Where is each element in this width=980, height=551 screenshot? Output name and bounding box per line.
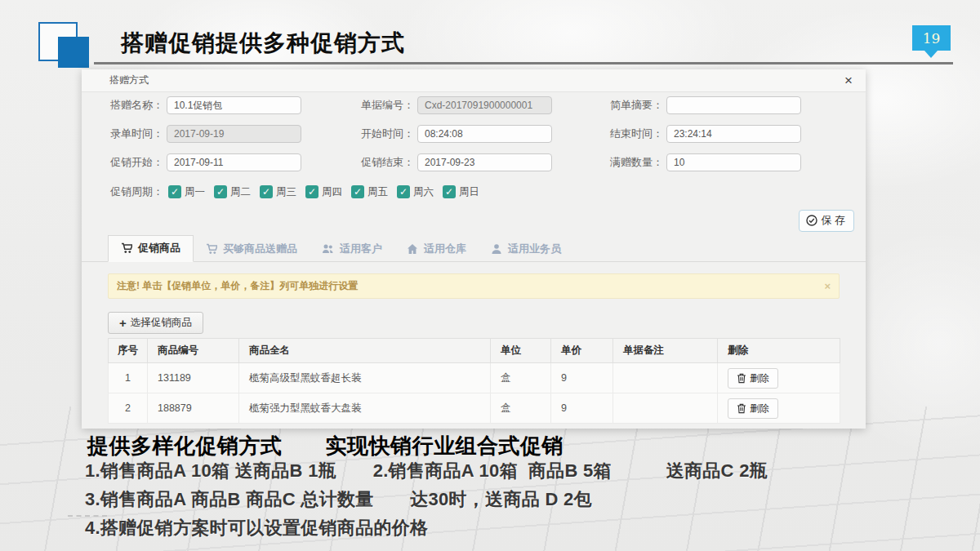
field-promo-start: 促销开始： bbox=[96, 153, 301, 171]
delete-button[interactable]: 删除 bbox=[728, 368, 778, 389]
notice-close-icon[interactable]: × bbox=[824, 280, 831, 292]
start-time-input[interactable] bbox=[417, 125, 552, 143]
delete-label: 删除 bbox=[750, 371, 769, 385]
entry-date-input bbox=[167, 125, 301, 143]
checkbox-checked-icon[interactable]: ✓ bbox=[305, 185, 318, 198]
checkbox-checked-icon[interactable]: ✓ bbox=[214, 185, 227, 198]
day-label: 周二 bbox=[230, 185, 251, 199]
day-label: 周三 bbox=[276, 185, 296, 199]
select-promo-products-button[interactable]: + 选择促销商品 bbox=[108, 312, 203, 334]
tab-label: 适用客户 bbox=[340, 242, 382, 256]
user-icon bbox=[491, 243, 502, 255]
end-time-input[interactable] bbox=[666, 125, 801, 143]
field-label: 开始时间： bbox=[347, 127, 414, 141]
cell-delete: 删除 bbox=[718, 393, 840, 424]
checkbox-checked-icon[interactable]: ✓ bbox=[168, 185, 181, 198]
decorative-solid-square bbox=[58, 37, 89, 68]
tab-buy-enough-gift[interactable]: 买够商品送赠品 bbox=[194, 237, 310, 262]
cart-icon bbox=[206, 243, 217, 255]
cell-price[interactable]: 9 bbox=[551, 393, 613, 424]
checkbox-checked-icon[interactable]: ✓ bbox=[260, 185, 273, 198]
field-doc-number: 单据编号： bbox=[347, 96, 552, 114]
cell-seq: 1 bbox=[109, 363, 148, 393]
summary-input[interactable] bbox=[666, 96, 801, 114]
footer-line-3: 4.搭赠促销方案时可以设置促销商品的价格 bbox=[85, 516, 428, 540]
cell-remark[interactable] bbox=[613, 363, 718, 393]
day-label: 周六 bbox=[413, 185, 434, 199]
field-promo-end: 促销结束： bbox=[347, 153, 552, 171]
col-unit: 单位 bbox=[491, 339, 551, 363]
cell-delete: 删除 bbox=[718, 363, 840, 393]
tab-label: 适用业务员 bbox=[508, 242, 561, 256]
cell-remark[interactable] bbox=[613, 393, 718, 424]
tab-applicable-warehouses[interactable]: 适用仓库 bbox=[394, 237, 479, 262]
day-tuesday: ✓ 周二 bbox=[214, 185, 251, 199]
col-remark: 单据备注 bbox=[613, 339, 718, 363]
plus-icon: + bbox=[119, 317, 127, 329]
day-saturday: ✓ 周六 bbox=[397, 185, 434, 199]
gift-quantity-input[interactable] bbox=[666, 153, 801, 171]
select-label: 选择促销商品 bbox=[131, 316, 192, 330]
field-gift-quantity: 满赠数量： bbox=[596, 153, 801, 171]
day-thursday: ✓ 周四 bbox=[305, 185, 342, 199]
cart-icon bbox=[121, 242, 132, 254]
home-icon bbox=[407, 243, 418, 255]
page-title: 搭赠促销提供多种促销方式 bbox=[121, 28, 405, 59]
col-product-code: 商品编号 bbox=[148, 339, 239, 363]
cell-price[interactable]: 9 bbox=[551, 363, 613, 393]
day-label: 周日 bbox=[459, 185, 479, 199]
doc-number-input bbox=[417, 96, 552, 114]
col-seq: 序号 bbox=[109, 339, 148, 363]
tab-applicable-customers[interactable]: 适用客户 bbox=[310, 237, 394, 262]
cell-product-name: 榄菊强力型黑蚊香大盘装 bbox=[239, 393, 491, 424]
title-divider bbox=[94, 62, 953, 64]
col-delete: 删除 bbox=[718, 339, 840, 363]
tab-label: 买够商品送赠品 bbox=[223, 242, 297, 256]
promo-end-input[interactable] bbox=[417, 153, 552, 171]
notice-text: 注意! 单击【促销单位，单价，备注】列可单独进行设置 bbox=[117, 279, 358, 293]
footer-line-1: 1.销售商品A 10箱 送商品B 1瓶 2.销售商品A 10箱 商品B 5箱 送… bbox=[85, 459, 768, 483]
field-label: 搭赠名称： bbox=[96, 98, 163, 113]
footer-line-2: 3.销售商品A 商品B 商品C 总计数量 达30时，送商品 D 2包 bbox=[85, 487, 592, 512]
col-price: 单价 bbox=[551, 339, 613, 363]
day-label: 周一 bbox=[185, 185, 205, 199]
day-friday: ✓ 周五 bbox=[351, 185, 388, 199]
promo-start-input[interactable] bbox=[167, 153, 301, 171]
field-label: 促销开始： bbox=[96, 155, 163, 170]
field-label: 单据编号： bbox=[347, 98, 414, 113]
checkbox-checked-icon[interactable]: ✓ bbox=[443, 185, 456, 198]
cell-product-code: 131189 bbox=[148, 363, 239, 393]
cell-unit[interactable]: 盒 bbox=[491, 393, 551, 424]
field-label: 结束时间： bbox=[596, 127, 663, 141]
week-label: 促销周期： bbox=[96, 184, 163, 199]
field-label: 录单时间： bbox=[96, 127, 163, 141]
checkbox-checked-icon[interactable]: ✓ bbox=[351, 185, 364, 198]
bundle-promotion-dialog: 搭赠方式 × 搭赠名称： 单据编号： 简单摘要： 录单时间： 开始时间： 结束时… bbox=[82, 69, 866, 429]
page-number-badge: 19 bbox=[912, 25, 951, 51]
table-row: 2 188879 榄菊强力型黑蚊香大盘装 盒 9 删除 bbox=[109, 393, 840, 424]
close-icon[interactable]: × bbox=[840, 72, 858, 90]
tab-promo-products[interactable]: 促销商品 bbox=[108, 235, 194, 262]
col-product-name: 商品全名 bbox=[239, 339, 491, 363]
field-entry-date: 录单时间： bbox=[96, 125, 301, 143]
tab-label: 适用仓库 bbox=[424, 242, 466, 256]
users-icon bbox=[322, 243, 334, 255]
save-button[interactable]: 保 存 bbox=[799, 210, 854, 232]
field-summary: 简单摘要： bbox=[596, 96, 801, 114]
promo-cycle-row: 促销周期： ✓ 周一 ✓ 周二 ✓ 周三 ✓ 周四 ✓ 周五 ✓ 周六 ✓ 周日 bbox=[96, 184, 488, 199]
day-monday: ✓ 周一 bbox=[168, 185, 205, 199]
promo-products-table: 序号 商品编号 商品全名 单位 单价 单据备注 删除 1 131189 榄菊高级… bbox=[108, 338, 840, 424]
bundle-name-input[interactable] bbox=[167, 96, 301, 114]
delete-button[interactable]: 删除 bbox=[728, 398, 778, 419]
cell-product-code: 188879 bbox=[148, 393, 239, 424]
tab-applicable-salesmen[interactable]: 适用业务员 bbox=[479, 237, 573, 262]
cell-unit[interactable]: 盒 bbox=[491, 363, 551, 393]
field-start-time: 开始时间： bbox=[347, 125, 552, 143]
checkbox-checked-icon[interactable]: ✓ bbox=[397, 185, 410, 198]
field-label: 促销结束： bbox=[347, 155, 414, 170]
field-label: 简单摘要： bbox=[596, 98, 663, 113]
day-sunday: ✓ 周日 bbox=[443, 185, 479, 199]
trash-icon bbox=[737, 403, 746, 414]
cell-product-name: 榄菊高级型黑蚊香超长装 bbox=[239, 363, 491, 393]
table-row: 1 131189 榄菊高级型黑蚊香超长装 盒 9 删除 bbox=[109, 363, 840, 393]
